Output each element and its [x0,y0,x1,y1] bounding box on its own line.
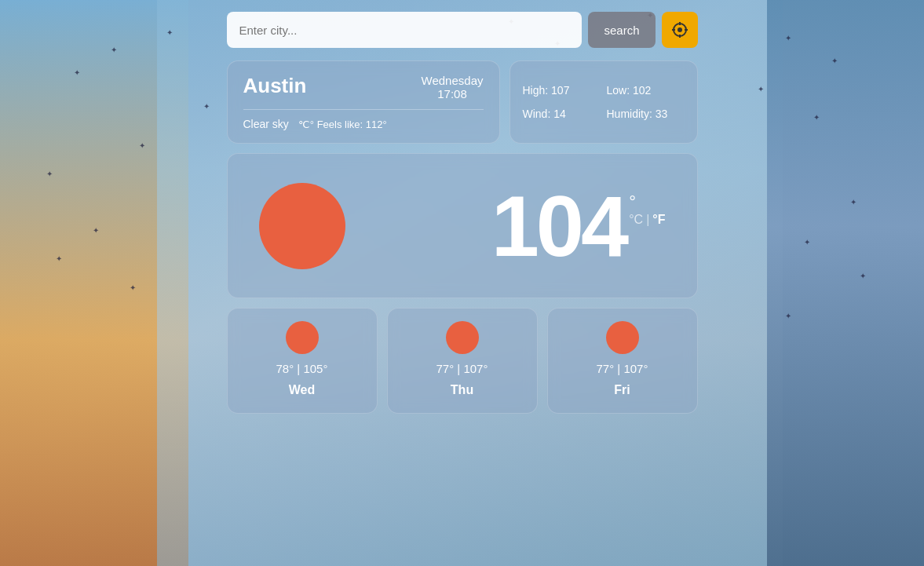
forecast-day-thu: Thu [451,383,473,397]
forecast-sun-thu [446,321,479,354]
degree-symbol: ° [629,192,665,213]
wind-speed: Wind: 14 [523,108,601,120]
search-row: search [227,12,698,48]
forecast-sun-wed [286,321,319,354]
unit-separator: | [646,213,649,227]
high-temp: High: 107 [523,84,601,97]
top-cards: Austin Wednesday 17:08 Clear sky ℃° Feel… [227,60,698,144]
forecast-card-thu: 77° | 107° Thu [387,308,538,414]
city-time: 17:08 [422,87,484,100]
city-day: Wednesday [422,74,484,87]
feels-like: ℃° Feels like: 112° [298,119,387,130]
fahrenheit-toggle[interactable]: °F [652,213,665,227]
search-button[interactable]: search [588,12,655,48]
forecast-sun-fri [606,321,639,354]
unit-toggle: °C | °F [629,213,665,227]
main-container: search Austin Wednesday 17:08 [0,0,924,566]
forecast-temps-thu: 77° | 107° [436,362,488,375]
svg-point-1 [677,27,682,32]
celsius-toggle[interactable]: °C [629,213,643,227]
temperature-card: 104 ° °C | °F [227,153,698,298]
crosshair-icon [671,21,688,38]
low-temp: Low: 102 [607,84,685,97]
city-card: Austin Wednesday 17:08 Clear sky ℃° Feel… [227,60,500,144]
forecast-temps-fri: 77° | 107° [597,362,648,375]
forecast-row: 78° | 105° Wed 77° | 107° Thu 77° | 107°… [227,308,698,414]
city-name: Austin [243,74,307,98]
temperature-unit-group: ° °C | °F [629,192,665,227]
forecast-card-fri: 77° | 107° Fri [547,308,698,414]
temperature-display: 104 ° °C | °F [491,183,666,269]
forecast-card-wed: 78° | 105° Wed [227,308,378,414]
sun-icon [259,183,345,269]
forecast-temps-wed: 78° | 105° [276,362,328,375]
humidity: Humidity: 33 [607,108,685,120]
temperature-value: 104 [491,183,626,269]
search-input[interactable] [227,12,583,48]
weather-condition: Clear sky [243,118,289,130]
forecast-day-fri: Fri [614,383,630,397]
location-button[interactable] [662,12,698,48]
forecast-day-wed: Wed [289,383,315,397]
stats-card: High: 107 Low: 102 Wind: 14 Humidity: 33 [509,60,698,144]
